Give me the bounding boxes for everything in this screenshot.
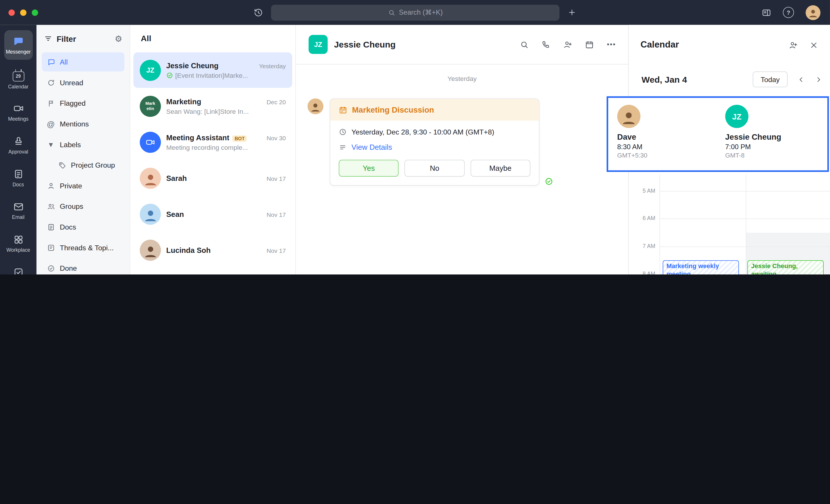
task-check-icon [13,267,24,274]
more-options-icon[interactable]: ⋯ [607,39,615,50]
rsvp-maybe-button[interactable]: Maybe [470,160,530,177]
avatar [617,105,641,128]
rsvp-yes-button[interactable]: Yes [339,160,398,177]
event-marketing-weekly-meeting[interactable]: Marketing weekly meeting 7:30 - 8:30 AM [663,260,739,274]
person-icon [47,182,55,190]
global-search-input[interactable]: Search (⌘+K) [271,5,560,21]
sender-avatar[interactable] [308,99,323,114]
filter-item-docs[interactable]: Docs [42,217,125,236]
add-member-icon[interactable] [563,39,572,50]
chat-list-item[interactable]: Mark etin Marketing Dec 20 Sean Wang: [L… [133,89,292,124]
rail-item-workplace[interactable]: Workplace [2,227,34,260]
chat-list-title: All [130,25,295,53]
rail-item-docs[interactable]: Docs [2,161,34,194]
side-panel-icon[interactable] [762,8,771,17]
filter-item-done[interactable]: Done [42,259,125,274]
grid-line [660,219,830,219]
approval-stamp-icon [13,136,24,146]
app-window: Search (⌘+K) ? Messenger [0,0,830,274]
calendar-panel-title: Calendar [640,40,679,51]
rail-item-meetings[interactable]: Meetings [2,96,34,129]
filter-item-labels[interactable]: ▾ Labels [42,135,125,154]
rail-item-messenger[interactable]: Messenger [4,30,33,60]
participant-jessie[interactable]: JZ Jessie Cheung 7:00 PM GMT-8 [725,105,830,170]
event-invitation-card: Marketing Discussion Yesterday, Dec 28, … [330,99,539,186]
avatar [140,239,161,260]
calendar-icon[interactable] [585,39,594,50]
calendar-side-panel: Calendar Wed, Jan 4 Today [628,25,830,274]
grid-line [746,174,746,274]
event-datetime: Yesterday, Dec 28, 9:30 - 10:00 AM (GMT+… [352,128,494,136]
date-divider: Yesterday [296,75,628,83]
calendar-date-label: Wed, Jan 4 [641,74,687,85]
participant-dave[interactable]: Dave 8:30 AM GMT+5:30 [617,105,725,170]
rail-item-tasks[interactable]: Tasks [2,260,34,274]
hour-label: 6 AM [629,215,656,221]
view-details-link[interactable]: View Details [352,143,392,151]
close-window-button[interactable] [8,9,15,15]
rail-label: Approval [8,148,28,154]
today-button[interactable]: Today [753,71,788,87]
new-chat-plus-icon[interactable] [568,8,576,17]
event-jessie-awaiting[interactable]: Jessie Cheung, awaiting 7:30 - 8:30 AM [747,260,823,274]
calendar-day-grid[interactable]: 5 AM 6 AM 7 AM 8 AM 9 AM 10 AM 11 AM 12 … [629,174,830,274]
filter-item-all[interactable]: All [42,53,125,71]
participants-strip-highlighted: Dave 8:30 AM GMT+5:30 JZ Jessie Cheung 7… [607,96,829,172]
apps-grid-icon [13,234,24,245]
rail-label: Workplace [6,247,30,253]
check-circle-icon [47,264,55,272]
conversation-title: Jessie Cheung [334,39,396,49]
chat-list-item[interactable]: Meeting Assistant BOT Nov 30 Meeting rec… [133,125,292,160]
chevron-left-icon[interactable] [797,75,805,83]
rail-item-approval[interactable]: Approval [2,129,34,161]
gear-icon[interactable]: ⚙ [115,34,122,44]
history-icon[interactable] [254,8,263,17]
chat-list-item[interactable]: JZ Jessie Cheung Yesterday [Event Invita… [133,53,292,88]
chat-list: All JZ Jessie Cheung Yesterday [Event In… [130,25,296,274]
grid-line [660,191,830,192]
message-area: Yesterday Marketing Discussion [296,65,628,274]
unread-icon [47,79,55,87]
app-rail: Messenger 29 Calendar Meetings Approval [0,25,37,274]
chat-list-item[interactable]: Sean Nov 17 [133,196,292,232]
filter-item-private[interactable]: Private [42,176,125,195]
filter-item-mentions[interactable]: @ Mentions [42,114,125,133]
accepted-check-icon [166,72,173,79]
add-participant-icon[interactable] [789,41,798,49]
help-icon[interactable]: ? [783,7,794,18]
rail-item-calendar[interactable]: 29 Calendar [2,63,34,96]
rail-item-email[interactable]: Email [2,194,34,227]
delivered-check-icon [545,177,553,186]
chat-list-item[interactable]: Ron Ng Nov 17 [133,268,292,274]
filter-item-threads[interactable]: Threads & Topi... [42,238,125,257]
filter-item-groups[interactable]: Groups [42,197,125,216]
filter-item-unread[interactable]: Unread [42,73,125,92]
chat-list-item[interactable]: Sarah Nov 17 [133,160,292,196]
filter-item-project-group[interactable]: Project Group [42,156,125,174]
phone-call-icon[interactable] [542,39,550,50]
event-title: Marketing Discussion [352,105,434,114]
grid-line [660,246,830,247]
filter-item-flagged[interactable]: Flagged [42,94,125,112]
rail-label: Email [12,214,25,220]
close-icon[interactable] [809,41,818,49]
envelope-icon [13,201,24,212]
search-in-chat-icon[interactable] [520,39,529,50]
rail-label: Messenger [6,48,31,54]
messenger-icon [13,36,24,46]
avatar [140,167,161,188]
filter-title: Filter [57,34,76,43]
rail-label: Calendar [8,83,29,89]
chat-bubble-icon [47,58,55,66]
bot-avatar [140,131,161,153]
hour-label: 7 AM [629,243,656,249]
minimize-window-button[interactable] [20,9,27,15]
chevron-right-icon[interactable] [815,75,823,83]
chat-list-item[interactable]: Lucinda Soh Nov 17 [133,232,292,268]
user-avatar[interactable] [805,5,820,20]
document-icon [47,223,55,231]
rsvp-no-button[interactable]: No [405,160,465,177]
zoom-window-button[interactable] [32,9,38,15]
at-icon: @ [47,119,55,128]
video-camera-icon [146,137,155,147]
